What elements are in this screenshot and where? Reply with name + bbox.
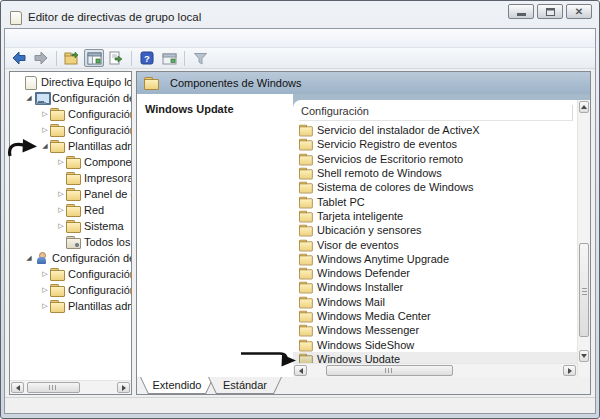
close-button[interactable]: ✕	[566, 4, 592, 19]
scrollbar-thumb[interactable]	[27, 382, 80, 393]
expand-glyph-icon[interactable]: ◢	[24, 94, 34, 102]
main-area: Directiva Equipo local ◢ Configuración d…	[5, 69, 595, 397]
tree-item[interactable]: ▷ Panel de cont	[10, 186, 131, 202]
list-item[interactable]: Visor de eventos	[293, 237, 577, 251]
menu-item[interactable]	[61, 36, 79, 41]
expand-glyph-icon[interactable]: ▷	[56, 206, 66, 214]
tree-item[interactable]: ▷ Sistema	[10, 218, 131, 234]
scroll-left-button[interactable]	[11, 382, 24, 393]
column-header-configuracion[interactable]: Configuración	[299, 105, 573, 121]
list-item[interactable]: Windows Installer	[293, 280, 577, 294]
list-item[interactable]: Servicios de Escritorio remoto	[293, 152, 577, 166]
tree-item[interactable]: ▷ Configuración de	[10, 282, 131, 298]
tree-item-label: Sistema	[84, 220, 124, 232]
help-button[interactable]: ?	[137, 49, 157, 67]
list-item[interactable]: Sistema de colores de Windows	[293, 180, 577, 194]
scrollbar-thumb[interactable]	[579, 243, 589, 337]
up-one-level-button[interactable]	[62, 49, 82, 67]
tree-horizontal-scrollbar[interactable]	[10, 380, 131, 394]
expand-glyph-icon[interactable]: ▷	[56, 190, 66, 198]
extended-description-pane: Windows Update	[137, 94, 293, 377]
forward-button[interactable]	[31, 49, 51, 67]
scroll-right-button[interactable]	[117, 382, 130, 393]
list-item[interactable]: Tablet PC	[293, 194, 577, 208]
minimize-button[interactable]	[508, 4, 534, 19]
maximize-icon	[546, 8, 555, 16]
menu-item[interactable]	[25, 36, 43, 41]
tree-item[interactable]: ◢ Plantillas adminis	[10, 138, 131, 154]
list-item-label: Sistema de colores de Windows	[317, 181, 474, 193]
scrollbar-track[interactable]	[579, 114, 589, 349]
tree-item[interactable]: ▷ Red	[10, 202, 131, 218]
tree-item[interactable]: Todos los val	[10, 234, 131, 250]
expand-glyph-icon[interactable]: ▷	[40, 110, 50, 118]
expand-glyph-icon[interactable]: ▷	[40, 126, 50, 134]
scroll-up-button[interactable]	[579, 101, 589, 113]
expand-glyph-icon[interactable]: ▷	[56, 222, 66, 230]
expand-glyph-icon[interactable]: ▷	[40, 286, 50, 294]
scroll-left-button[interactable]	[294, 365, 307, 376]
tree-item[interactable]: Directiva Equipo local	[10, 74, 131, 90]
expand-glyph-icon[interactable]: ◢	[40, 142, 50, 150]
tree-item[interactable]: ▷ Configuración de	[10, 266, 131, 282]
list-horizontal-scrollbar[interactable]	[293, 363, 577, 377]
expand-glyph-icon[interactable]: ▷	[40, 270, 50, 278]
filter-button[interactable]	[190, 49, 210, 67]
list-item[interactable]: Ubicación y sensores	[293, 223, 577, 237]
up-one-level-icon	[64, 51, 80, 65]
tree-item[interactable]: ▷ Configuración de	[10, 122, 131, 138]
folder-icon	[299, 210, 313, 221]
tree-item-icon	[34, 252, 49, 264]
tree-item[interactable]: ▷ Configuración de	[10, 106, 131, 122]
expand-glyph-icon[interactable]: ▷	[40, 302, 50, 310]
tree-item[interactable]: ◢ Configuración de usu	[10, 250, 131, 266]
menu-item[interactable]	[43, 36, 61, 41]
grip-icon	[582, 286, 587, 295]
list-item[interactable]: Windows SideShow	[293, 337, 577, 351]
view-tab[interactable]: Estándar	[208, 377, 282, 394]
new-window-icon	[162, 52, 177, 65]
expand-glyph-icon[interactable]: ◢	[24, 254, 34, 262]
list-item[interactable]: Windows Media Center	[293, 309, 577, 323]
folder-icon	[299, 139, 313, 150]
tree-item-label: Plantillas adminis	[68, 300, 131, 312]
tree-item[interactable]: ▷ Componente	[10, 154, 131, 170]
list-item[interactable]: Windows Anytime Upgrade	[293, 252, 577, 266]
view-tab[interactable]: Extendido	[140, 377, 214, 394]
list-item[interactable]: Windows Update	[293, 352, 577, 363]
list-vertical-scrollbar[interactable]	[577, 100, 590, 377]
scrollbar-thumb[interactable]	[326, 365, 453, 376]
new-window-button[interactable]	[159, 49, 179, 67]
list-item[interactable]: Windows Defender	[293, 266, 577, 280]
menu-item[interactable]	[7, 36, 25, 41]
tree-item[interactable]: Impresoras	[10, 170, 131, 186]
scrollbar-track[interactable]	[308, 365, 562, 376]
tree-item-icon	[66, 204, 81, 216]
list-item-label: Windows Defender	[317, 267, 410, 279]
back-button[interactable]	[9, 49, 29, 67]
list-item-label: Shell remoto de Windows	[317, 167, 442, 179]
list-item-label: Windows Anytime Upgrade	[317, 253, 449, 265]
show-console-tree-button[interactable]	[84, 49, 104, 67]
list-item-label: Tablet PC	[317, 196, 365, 208]
left-arrow-icon	[296, 368, 303, 374]
list-item[interactable]: Servicio del instalador de ActiveX	[293, 123, 577, 137]
list-item[interactable]: Tarjeta inteligente	[293, 209, 577, 223]
maximize-button[interactable]	[537, 4, 563, 19]
toolbar-separator	[131, 51, 132, 66]
scroll-right-button[interactable]	[563, 365, 576, 376]
tree-item[interactable]: ▷ Plantillas adminis	[10, 298, 131, 314]
list-item[interactable]: Windows Messenger	[293, 323, 577, 337]
tree-item-icon	[34, 92, 49, 104]
list-item[interactable]: Servicio Registro de eventos	[293, 137, 577, 151]
folder-icon	[299, 125, 313, 136]
expand-glyph-icon[interactable]: ▷	[56, 158, 66, 166]
list-item[interactable]: Windows Mail	[293, 295, 577, 309]
export-list-button[interactable]	[106, 49, 126, 67]
scroll-down-button[interactable]	[579, 350, 589, 362]
list-item[interactable]: Shell remoto de Windows	[293, 166, 577, 180]
tree-item[interactable]: ◢ Configuración del ec	[10, 90, 131, 106]
folder-icon	[299, 353, 313, 363]
results-body: Windows Update Configuración Servicio de…	[137, 94, 590, 377]
scrollbar-track[interactable]	[25, 382, 116, 393]
